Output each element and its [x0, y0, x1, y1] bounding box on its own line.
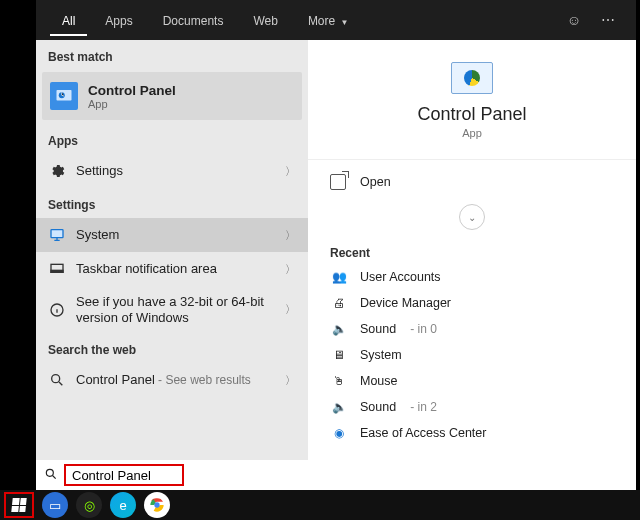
recent-label-text: Sound [360, 322, 396, 336]
chevron-right-icon: 〉 [285, 262, 296, 277]
result-web-search[interactable]: Control Panel - See web results 〉 [36, 363, 308, 397]
search-icon [44, 467, 58, 484]
result-label: Control Panel - See web results [76, 372, 296, 388]
result-settings-app[interactable]: Settings 〉 [36, 154, 308, 188]
users-icon: 👥 [330, 269, 348, 285]
monitor-icon: 🖥 [330, 347, 348, 363]
svg-point-9 [154, 502, 159, 507]
tab-web[interactable]: Web [241, 4, 289, 36]
section-best-match: Best match [36, 40, 308, 70]
start-button[interactable] [4, 492, 34, 518]
result-system[interactable]: System 〉 [36, 218, 308, 252]
device-icon: 🖨 [330, 295, 348, 311]
recent-sound-2[interactable]: 🔈 Sound - in 2 [308, 394, 636, 420]
tab-documents[interactable]: Documents [151, 4, 236, 36]
best-match-title: Control Panel [88, 83, 176, 98]
open-action[interactable]: Open [308, 159, 636, 200]
open-label: Open [360, 175, 391, 189]
more-options-icon[interactable]: ⋯ [594, 12, 622, 28]
recent-user-accounts[interactable]: 👥 User Accounts [308, 264, 636, 290]
monitor-icon [48, 226, 66, 244]
taskbar: ▭ ◎ e [0, 490, 640, 520]
section-search-web: Search the web [36, 333, 308, 363]
svg-rect-2 [51, 230, 63, 238]
chevron-right-icon: 〉 [285, 373, 296, 388]
recent-system[interactable]: 🖥 System [308, 342, 636, 368]
taskbar-edge[interactable]: e [110, 492, 136, 518]
chevron-right-icon: 〉 [285, 228, 296, 243]
speaker-icon: 🔈 [330, 321, 348, 337]
expand-toggle[interactable]: ⌄ [308, 200, 636, 238]
open-icon [330, 174, 346, 190]
result-taskbar-notification[interactable]: Taskbar notification area 〉 [36, 252, 308, 286]
gear-icon [48, 162, 66, 180]
result-label: Settings [76, 163, 296, 179]
windows-logo-icon [11, 498, 26, 512]
preview-pane: Control Panel App Open ⌄ Recent 👥 User A… [308, 40, 636, 460]
svg-rect-4 [51, 270, 63, 272]
recent-sound-0[interactable]: 🔈 Sound - in 0 [308, 316, 636, 342]
search-icon [48, 371, 66, 389]
chevron-down-icon: ⌄ [459, 204, 485, 230]
result-label: Taskbar notification area [76, 261, 296, 277]
chevron-right-icon: 〉 [285, 302, 296, 317]
svg-point-6 [52, 375, 60, 383]
recent-label-text: System [360, 348, 402, 362]
recent-ease-of-access[interactable]: ◉ Ease of Access Center [308, 420, 636, 446]
best-match-item[interactable]: Control Panel App [42, 72, 302, 120]
search-input[interactable] [64, 464, 184, 486]
tab-apps[interactable]: Apps [93, 4, 144, 36]
results-list: Best match Control Panel App Apps Settin… [36, 40, 308, 460]
search-bar [36, 460, 636, 490]
recent-label-text: User Accounts [360, 270, 441, 284]
recent-label-text: Mouse [360, 374, 398, 388]
recent-label-text: Sound [360, 400, 396, 414]
taskbar-chrome[interactable] [144, 492, 170, 518]
tab-more[interactable]: More ▼ [296, 4, 360, 36]
taskbar-icon [48, 260, 66, 278]
ease-of-access-icon: ◉ [330, 425, 348, 441]
taskbar-app-1[interactable]: ▭ [42, 492, 68, 518]
svg-point-7 [46, 469, 53, 476]
info-icon [48, 301, 66, 319]
chevron-right-icon: 〉 [285, 164, 296, 179]
result-32-64-bit[interactable]: See if you have a 32-bit or 64-bit versi… [36, 286, 308, 333]
recent-mouse[interactable]: 🖱 Mouse [308, 368, 636, 394]
recent-device-manager[interactable]: 🖨 Device Manager [308, 290, 636, 316]
preview-sub: App [308, 127, 636, 139]
result-label: System [76, 227, 296, 243]
best-match-sub: App [88, 98, 176, 110]
section-settings: Settings [36, 188, 308, 218]
tab-all[interactable]: All [50, 4, 87, 36]
section-apps: Apps [36, 124, 308, 154]
mouse-icon: 🖱 [330, 373, 348, 389]
search-tabs: All Apps Documents Web More ▼ ☺ ⋯ [36, 0, 636, 40]
chevron-down-icon: ▼ [338, 18, 348, 27]
control-panel-large-icon [451, 62, 493, 94]
preview-title: Control Panel [308, 104, 636, 125]
feedback-icon[interactable]: ☺ [560, 12, 588, 28]
recent-label: Recent [308, 238, 636, 264]
speaker-icon: 🔈 [330, 399, 348, 415]
taskbar-app-2[interactable]: ◎ [76, 492, 102, 518]
start-search-panel: All Apps Documents Web More ▼ ☺ ⋯ Best m… [36, 0, 636, 460]
control-panel-icon [50, 82, 78, 110]
result-label: See if you have a 32-bit or 64-bit versi… [76, 294, 296, 325]
recent-label-text: Ease of Access Center [360, 426, 486, 440]
recent-label-text: Device Manager [360, 296, 451, 310]
